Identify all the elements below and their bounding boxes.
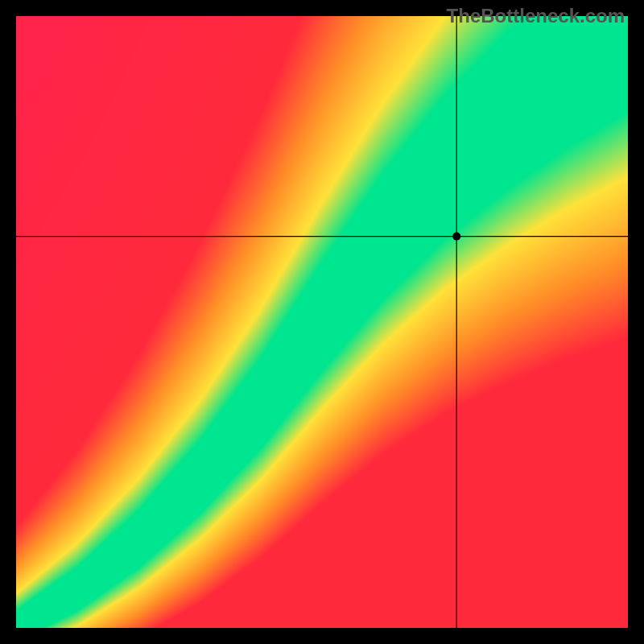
watermark-text: TheBottleneck.com	[447, 5, 625, 27]
heatmap-canvas	[0, 0, 644, 644]
chart-container: TheBottleneck.com	[0, 0, 644, 644]
